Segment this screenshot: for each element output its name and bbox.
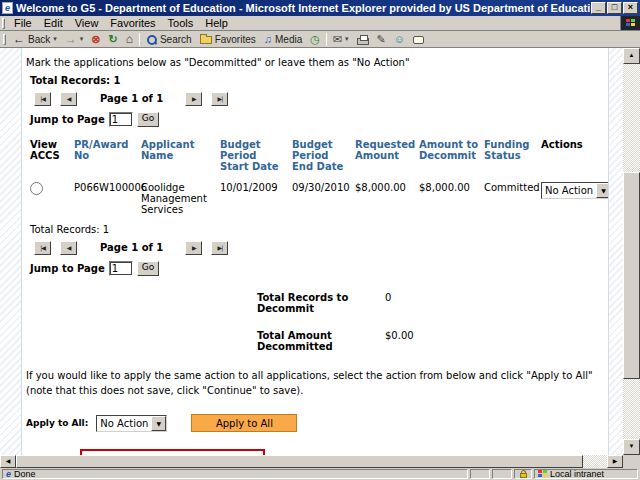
next-page-button[interactable]: ▶ <box>185 92 202 106</box>
horizontal-scroll-track[interactable] <box>16 455 607 468</box>
go-button[interactable]: Go <box>137 112 159 127</box>
col-budget-start[interactable]: Budget Period Start Date <box>220 137 292 174</box>
menu-edit[interactable]: Edit <box>38 16 69 30</box>
last-page-button[interactable]: ▶| <box>211 241 228 255</box>
media-button[interactable]: ♫ Media <box>260 32 307 47</box>
cell-requested-amount: $8,000.00 <box>355 174 419 217</box>
cell-amount-to-decommit: $8,000.00 <box>419 174 484 217</box>
jump-to-page-input[interactable] <box>109 261 133 276</box>
status-bar: e Done Local intranet <box>0 468 640 480</box>
scrollbar-corner <box>623 455 640 468</box>
table-header-row: View ACCS PR/Award No Applicant Name Bud… <box>30 137 608 174</box>
col-amount-to-decommit[interactable]: Amount to Decommit <box>419 137 484 174</box>
total-amount-decommitted-row: Total Amount Decommitted $0.00 <box>257 330 608 352</box>
messenger-button[interactable]: ☺ <box>390 32 409 47</box>
col-applicant-name[interactable]: Applicant Name <box>141 137 220 174</box>
stop-button[interactable]: ⊗ <box>87 32 104 47</box>
apply-to-all-button[interactable]: Apply to All <box>191 414 297 432</box>
last-page-button[interactable]: ▶| <box>211 92 228 106</box>
forward-icon: → <box>65 32 77 46</box>
toolbar-grip[interactable] <box>3 34 6 45</box>
home-icon: ⌂ <box>126 32 133 46</box>
history-button[interactable]: ◷ <box>306 32 324 47</box>
page-indicator: Page 1 of 1 <box>100 242 163 253</box>
first-page-button[interactable]: |◀ <box>34 241 51 255</box>
media-label: Media <box>275 34 302 45</box>
forward-button[interactable]: → ▾ <box>61 32 88 47</box>
go-button[interactable]: Go <box>137 261 159 276</box>
jump-to-page-label: Jump to Page <box>30 114 105 125</box>
ie-throbber <box>620 16 640 30</box>
refresh-button[interactable]: ↻ <box>104 32 121 47</box>
col-funding-status[interactable]: Funding Status <box>484 137 541 174</box>
print-icon <box>357 38 369 45</box>
total-amount-decommitted-label: Total Amount Decommitted <box>257 330 385 352</box>
favorites-button[interactable]: Favorites <box>196 32 260 47</box>
jump-to-page-input[interactable] <box>109 112 133 127</box>
search-button[interactable]: Search <box>142 32 196 47</box>
status-security-pane <box>514 469 532 479</box>
next-page-button[interactable]: ▶ <box>185 241 202 255</box>
scroll-down-icon[interactable]: ▼ <box>623 439 640 455</box>
apply-to-all-select[interactable]: No Action ▼ <box>96 415 167 432</box>
row-action-value: No Action <box>542 183 596 198</box>
restore-button[interactable]: □ <box>607 2 622 14</box>
edit-button[interactable]: ✎ <box>373 32 390 47</box>
menu-tools[interactable]: Tools <box>162 16 200 30</box>
select-dropdown-icon: ▼ <box>596 183 608 198</box>
jump-to-page-label: Jump to Page <box>30 263 105 274</box>
favorites-label: Favorites <box>215 34 256 45</box>
status-empty-pane <box>470 469 490 479</box>
status-text: Done <box>14 469 36 479</box>
vertical-scrollbar: ▲ ▼ <box>623 48 640 455</box>
print-button[interactable] <box>353 32 373 47</box>
scroll-right-icon[interactable]: ▶ <box>607 455 623 468</box>
browser-viewport: Mark the applications below as "Decommit… <box>0 48 640 455</box>
scroll-left-icon[interactable]: ◀ <box>0 455 16 468</box>
cell-budget-end: 09/30/2010 <box>292 174 355 217</box>
zone-text: Local intranet <box>550 469 604 479</box>
menu-help[interactable]: Help <box>199 16 234 30</box>
previous-page-button[interactable]: ◀ <box>60 92 77 106</box>
table-row: P066W100006 Coolidge Management Services… <box>30 174 608 217</box>
discuss-button[interactable] <box>409 32 428 47</box>
horizontal-scroll-thumb[interactable] <box>16 455 583 468</box>
favorites-icon <box>200 36 212 44</box>
page-indicator: Page 1 of 1 <box>100 93 163 104</box>
menu-favorites[interactable]: Favorites <box>104 16 161 30</box>
view-accs-radio[interactable] <box>30 182 43 195</box>
col-budget-end[interactable]: Budget Period End Date <box>292 137 355 174</box>
col-requested-amount[interactable]: Requested Amount <box>355 137 419 174</box>
mail-dropdown-icon: ▾ <box>345 35 349 43</box>
refresh-icon: ↻ <box>108 33 117 46</box>
vertical-scroll-thumb[interactable] <box>623 172 640 379</box>
col-pr-award-no[interactable]: PR/Award No <box>74 137 141 174</box>
back-button[interactable]: ← Back ▾ <box>9 32 61 47</box>
menubar-grip[interactable] <box>2 18 5 29</box>
edit-icon: ✎ <box>377 33 386 46</box>
mail-icon: ✉ <box>333 33 342 46</box>
window-title: Welcome to G5 - Department of Education … <box>16 2 590 14</box>
menu-file[interactable]: File <box>8 16 38 30</box>
back-label: Back <box>28 34 50 45</box>
mail-button[interactable]: ✉ ▾ <box>329 32 353 47</box>
pager-top: |◀ ◀ Page 1 of 1 ▶ ▶| <box>34 91 608 106</box>
search-icon <box>146 34 157 45</box>
home-button[interactable]: ⌂ <box>122 32 137 47</box>
page-content: Mark the applications below as "Decommit… <box>22 48 608 455</box>
scroll-up-icon[interactable]: ▲ <box>623 48 640 64</box>
ie-document-icon: e <box>2 2 13 14</box>
menu-view[interactable]: View <box>69 16 105 30</box>
apply-to-all-value: No Action <box>97 416 151 431</box>
first-page-button[interactable]: |◀ <box>34 92 51 106</box>
previous-page-button[interactable]: ◀ <box>60 241 77 255</box>
ie-page-icon: e <box>6 469 11 479</box>
close-button[interactable]: × <box>623 2 638 14</box>
cell-award-number: P066W100006 <box>74 174 141 217</box>
minimize-button[interactable]: _ <box>591 2 606 14</box>
row-action-select[interactable]: No Action ▼ <box>541 182 608 199</box>
total-records-bottom: Total Records: 1 <box>30 224 608 235</box>
vertical-scroll-track[interactable] <box>623 64 640 439</box>
toolbar-separator <box>326 33 327 46</box>
history-icon: ◷ <box>310 33 320 46</box>
